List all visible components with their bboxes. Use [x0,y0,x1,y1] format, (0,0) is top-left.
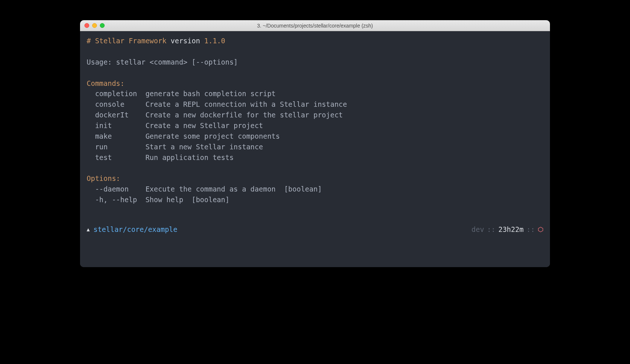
header-prefix: # [87,37,95,45]
minimize-button[interactable] [92,23,97,28]
terminal-content[interactable]: # Stellar Framework version 1.1.0 Usage:… [80,31,550,267]
framework-name: Stellar Framework [95,37,166,45]
separator: :: [487,224,496,235]
prompt-right: dev :: 23h22m :: [471,224,543,235]
commands-list: completion generate bash completion scri… [87,88,543,163]
close-button[interactable] [84,23,89,28]
options-list: --daemon Execute the command as a daemon… [87,184,543,205]
separator: :: [526,224,535,235]
terminal-window: 3. ~/Documents/projects/stellar/core/exa… [80,20,550,267]
svg-marker-0 [538,227,543,232]
version-number: 1.1.0 [204,37,225,45]
traffic-lights [84,23,105,28]
prompt-line: ▲ stellar/core/example dev :: 23h22m :: [87,224,543,235]
prompt-left: ▲ stellar/core/example [87,224,177,235]
window-titlebar: 3. ~/Documents/projects/stellar/core/exa… [80,20,550,31]
git-branch: dev [471,224,484,235]
window-title: 3. ~/Documents/projects/stellar/core/exa… [80,23,550,29]
maximize-button[interactable] [100,23,105,28]
prompt-path: stellar/core/example [93,224,177,235]
commands-heading: Commands: [87,79,124,87]
prompt-triangle-icon: ▲ [87,226,90,233]
options-heading: Options: [87,174,120,182]
time-elapsed: 23h22m [498,224,524,235]
version-label: version [166,37,204,45]
usage-line: Usage: stellar <command> [--options] [87,58,238,66]
hexagon-icon [538,227,543,232]
